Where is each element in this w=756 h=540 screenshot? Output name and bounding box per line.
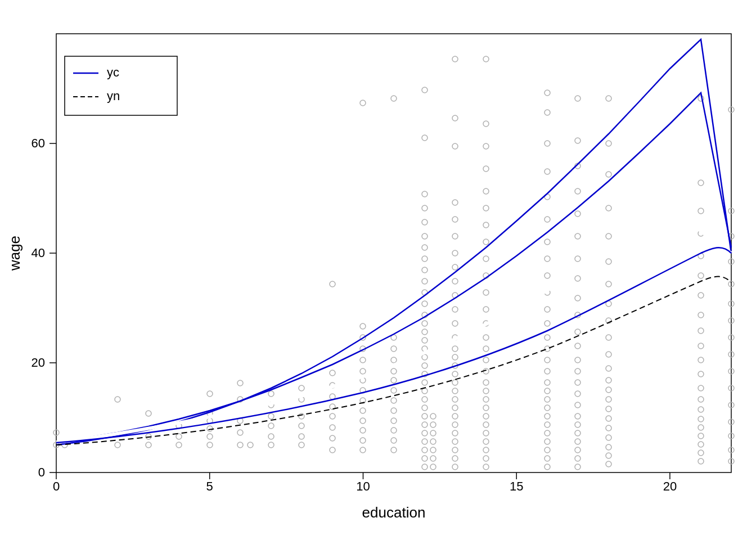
y-label-40: 40: [32, 246, 45, 260]
x-label-10: 10: [356, 479, 370, 493]
x-label-0: 0: [53, 479, 60, 493]
legend-yn-label: yn: [107, 89, 120, 103]
x-label-15: 15: [510, 479, 523, 493]
x-label-5: 5: [206, 479, 213, 493]
chart-container: 0 5 10 15 20 0 20 40 60 education wage: [0, 0, 756, 540]
x-label-20: 20: [663, 479, 677, 493]
x-axis-label: education: [362, 504, 426, 521]
y-label-20: 20: [32, 356, 45, 370]
y-label-0: 0: [38, 465, 45, 479]
legend-yc-label: yc: [107, 65, 119, 79]
y-axis-label: wage: [6, 236, 23, 271]
y-label-60: 60: [32, 136, 45, 150]
legend-box: [65, 56, 177, 115]
